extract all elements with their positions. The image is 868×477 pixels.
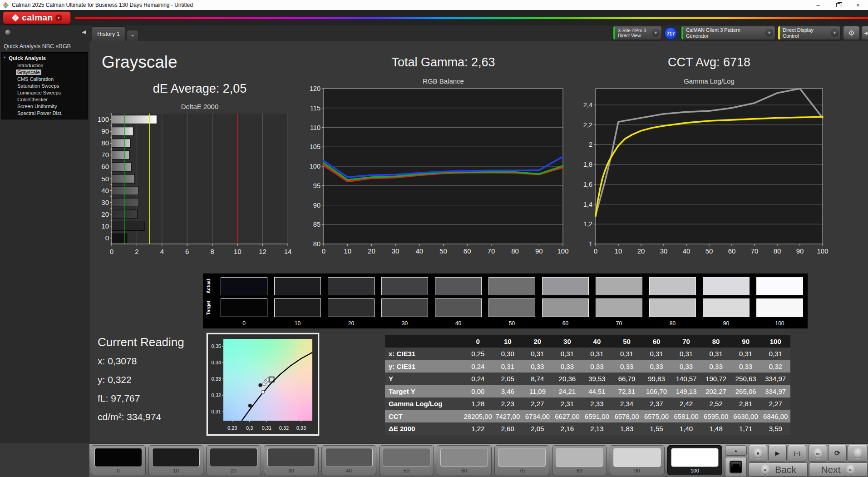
svg-text:2,4: 2,4	[583, 101, 592, 109]
svg-text:60: 60	[728, 247, 736, 255]
pattern-button-80[interactable]: 80	[552, 445, 607, 475]
pattern-button-label: 70	[495, 468, 549, 473]
pattern-button-label: 50	[380, 468, 434, 473]
table-cell: 0,31	[731, 348, 761, 360]
pattern-button-10[interactable]: 10	[148, 445, 203, 475]
patch-row-label: Target	[206, 298, 214, 317]
pattern-button-50[interactable]: 50	[379, 445, 434, 475]
panel-collapse-button[interactable]: ◀	[861, 26, 868, 40]
chevron-down-icon: ▼	[831, 29, 838, 37]
pattern-button-label: 20	[207, 468, 261, 473]
table-column-header: 50	[612, 335, 642, 348]
workflow-title: Quick Analysis NBC sRGB	[0, 41, 89, 51]
tree-root-quick-analysis[interactable]: ▾Quick Analysis	[1, 55, 88, 62]
table-cell: 28205,00	[463, 410, 493, 423]
meter-status-orb[interactable]	[5, 29, 11, 36]
table-row-label: x: CIE31	[385, 348, 463, 360]
svg-text:6: 6	[185, 248, 189, 255]
table-cell: 66,79	[612, 373, 642, 385]
patch-column-label: 40	[435, 320, 482, 328]
pattern-window-button[interactable]	[725, 457, 747, 477]
toolbar: ◀ History 1 + X-Rite i1Pro 3 Direct View…	[0, 25, 868, 41]
table-row-label: CCT	[385, 410, 463, 423]
table-cell: 140,57	[671, 373, 701, 385]
pattern-button-40[interactable]: 40	[321, 445, 376, 475]
svg-text:2,2: 2,2	[583, 121, 592, 129]
back-button[interactable]: « Back	[749, 462, 808, 477]
refresh-icon: ⟳	[834, 449, 840, 457]
sidebar-item-spectral-power-dist-[interactable]: Spectral Power Dist.	[1, 109, 88, 116]
read-single-button[interactable]	[848, 445, 868, 462]
calman-menu-button[interactable]: calman ▼	[3, 11, 71, 24]
table-cell: 1,48	[701, 422, 731, 435]
meter-dropdown[interactable]: X-Rite i1Pro 3 Direct View ▼	[613, 26, 662, 40]
svg-text:4: 4	[160, 248, 164, 255]
calman-diamond-icon	[11, 14, 20, 22]
table-cell: 44,51	[582, 385, 612, 398]
minimize-button[interactable]: –	[808, 0, 828, 10]
table-cell: 0,32	[760, 360, 790, 373]
patch-row-target: Target	[206, 298, 803, 317]
sidebar-item-luminance-sweeps[interactable]: Luminance Sweeps	[1, 89, 88, 96]
svg-text:0: 0	[594, 247, 597, 255]
pattern-swatch	[613, 448, 661, 467]
sidebar-item-saturation-sweeps[interactable]: Saturation Sweeps	[1, 82, 88, 89]
restore-button[interactable]	[828, 0, 848, 10]
de-average-readout: dE Average: 2,05	[118, 82, 281, 96]
pattern-swatch	[210, 448, 257, 467]
pattern-button-20[interactable]: 20	[206, 445, 261, 475]
svg-text:0,31: 0,31	[262, 425, 271, 431]
play-button[interactable]: ▶	[768, 445, 787, 462]
svg-text:50: 50	[101, 175, 109, 183]
table-cell: 6734,00	[523, 410, 552, 423]
tree-expand-icon[interactable]: ▾	[4, 55, 5, 60]
sidebar-item-introduction[interactable]: Introduction	[1, 62, 88, 69]
sidebar-item-cms-calibration[interactable]: CMS Calibration	[1, 75, 88, 82]
table-row-label: Target Y	[385, 385, 463, 398]
table-column-header: 10	[493, 335, 523, 348]
table-cell: 2,05	[523, 422, 552, 435]
sidebar-item-colorchecker[interactable]: ColorChecker	[1, 96, 88, 103]
pattern-swatch	[440, 448, 488, 467]
svg-text:70: 70	[488, 247, 495, 255]
app-icon	[2, 2, 9, 9]
sidebar-item-grayscale[interactable]: Grayscale	[1, 69, 88, 75]
patch-target-0	[221, 298, 267, 317]
pattern-button-60[interactable]: 60	[437, 445, 492, 475]
pattern-button-70[interactable]: 70	[494, 445, 549, 475]
continuous-read-button[interactable]: ∞	[809, 445, 827, 462]
svg-text:0,33: 0,33	[296, 425, 306, 431]
next-chevron-icon: »	[845, 464, 856, 475]
svg-text:80: 80	[511, 247, 519, 255]
patch-target-20	[328, 298, 375, 317]
tab-history-1[interactable]: History 1	[92, 26, 125, 41]
patch-actual-80	[649, 277, 696, 295]
table-column-header: 20	[523, 335, 552, 348]
display-control-dropdown[interactable]: Direct Display Control ▼	[778, 26, 841, 40]
sidebar-collapse-button[interactable]: ◀	[82, 29, 86, 35]
settings-gear-button[interactable]: ⚙	[843, 26, 860, 40]
pattern-button-90[interactable]: 90	[610, 445, 665, 475]
table-cell: 0,33	[552, 360, 582, 373]
svg-text:0,32: 0,32	[212, 393, 221, 398]
svg-text:90: 90	[313, 202, 321, 209]
refresh-button[interactable]: ⟳	[828, 445, 847, 462]
pattern-source-dropdown[interactable]: CalMAN Client 3 Pattern Generator ▼	[681, 26, 775, 40]
pattern-button-0[interactable]: 0	[91, 445, 146, 475]
svg-text:40: 40	[415, 247, 423, 255]
pattern-range-button[interactable]: [··]	[788, 445, 806, 462]
pattern-button-30[interactable]: 30	[264, 445, 319, 475]
next-button[interactable]: Next »	[809, 462, 868, 477]
display-name: Direct Display Control	[780, 27, 831, 38]
add-tab-button[interactable]: +	[127, 30, 138, 41]
pattern-button-100[interactable]: 100	[667, 445, 722, 475]
patch-actual-90	[703, 277, 750, 295]
stop-button[interactable]: ■	[749, 445, 767, 462]
meter-reading-badge[interactable]: 717	[664, 27, 677, 40]
sidebar-item-screen-uniformity[interactable]: Screen Uniformity	[1, 103, 88, 109]
brand-name: calman	[22, 13, 53, 23]
svg-text:0,29: 0,29	[227, 425, 237, 431]
stop-icon: ■	[753, 448, 763, 458]
close-button[interactable]: ×	[848, 0, 868, 10]
pattern-up-button[interactable]: ▲	[725, 445, 747, 456]
